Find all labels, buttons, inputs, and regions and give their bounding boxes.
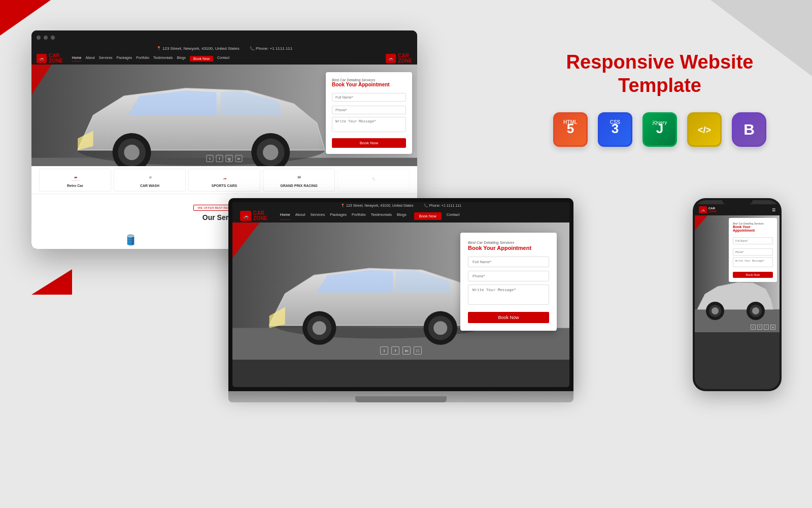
brands-section: 🚗 FOR PRICE & Retro Car 🚿 CAR WASH 🏎️ SP…	[31, 166, 417, 194]
svg-text:🚗: 🚗	[243, 213, 249, 219]
logo-right-text: CAR ZONE	[398, 53, 412, 64]
laptop-hero-socials: t f in □	[380, 346, 422, 355]
lnav-contact[interactable]: Contact	[447, 212, 460, 220]
brand-extra: 🔧	[337, 169, 410, 192]
phone-social-instagram[interactable]: i	[764, 325, 769, 330]
laptop-hero-form: Best Car Detailing Services Book Your Ap…	[460, 233, 557, 331]
laptop-book-button[interactable]: Book Now	[468, 312, 549, 323]
brand-sports-cars: 🏎️ SPORTS CARS	[188, 169, 260, 192]
html5-svg: 5 HTML	[560, 117, 581, 142]
laptop-message-input[interactable]	[468, 284, 549, 305]
brand-extra-icon: 🔧	[367, 174, 380, 184]
lnav-portfolio[interactable]: Portfolio	[352, 212, 366, 220]
laptop-screen: 📍 123 Street, Newyork, 43100, United Sta…	[228, 198, 573, 391]
lnav-testimonials[interactable]: Testimonials	[371, 212, 392, 220]
svg-text:🔧: 🔧	[372, 177, 376, 181]
brand-car-wash: 🚿 CAR WASH	[114, 169, 186, 192]
phone-social-twitter[interactable]: t	[751, 325, 756, 330]
laptop-social-square[interactable]: □	[414, 346, 422, 355]
laptop-social-twitter[interactable]: t	[380, 346, 388, 355]
svg-text:🛢️: 🛢️	[124, 234, 137, 246]
laptop-logo-icon: 🚗	[240, 211, 251, 221]
lnav-book-btn[interactable]: Book Now	[414, 212, 442, 220]
browser-dot-1	[37, 36, 41, 40]
laptop-nav: 🚗 CARZONE Home About Services Packages P…	[232, 209, 569, 223]
phone-hamburger[interactable]: ≡	[772, 206, 775, 213]
phone-social-facebook[interactable]: f	[757, 325, 762, 330]
laptop-base	[228, 391, 573, 402]
phone-fullname-input[interactable]	[733, 237, 773, 244]
phone-phone-input[interactable]	[733, 248, 773, 256]
lnav-blogs[interactable]: Blogs	[397, 212, 407, 220]
phone-hero-form: Best Car Detailing Services Book Your Ap…	[729, 218, 777, 282]
phone-hero: Best Car Detailing Services Book Your Ap…	[695, 215, 780, 332]
hero-message-input[interactable]	[332, 117, 406, 132]
hero-book-button[interactable]: Book Now	[332, 138, 406, 148]
lnav-packages[interactable]: Packages	[330, 212, 347, 220]
nav-home[interactable]: Home	[72, 56, 82, 61]
retro-car-icon: 🚗 FOR PRICE &	[69, 173, 82, 183]
svg-point-9	[124, 145, 139, 160]
nav-contact[interactable]: Contact	[217, 56, 229, 61]
laptop-mockup: 📍 123 Street, Newyork, 43100, United Sta…	[228, 198, 573, 417]
phone-social-linkedin[interactable]: in	[770, 325, 775, 330]
lnav-about[interactable]: About	[295, 212, 306, 220]
svg-text:CSS: CSS	[610, 119, 621, 125]
lnav-home[interactable]: Home	[280, 212, 290, 220]
svg-point-12	[263, 145, 278, 160]
svg-text:🚿: 🚿	[148, 175, 152, 179]
svg-point-41	[752, 307, 759, 314]
laptop-social-facebook[interactable]: f	[391, 346, 399, 355]
svg-text:HTML: HTML	[563, 119, 578, 125]
svg-point-28	[313, 321, 326, 335]
social-facebook[interactable]: f	[216, 155, 223, 162]
svg-text:🏁: 🏁	[297, 175, 301, 179]
nav-portfolio[interactable]: Portfolio	[136, 56, 149, 61]
svg-text:🚗: 🚗	[701, 208, 705, 212]
site-logo: 🚗 CAR ZONE	[37, 53, 63, 64]
hero-fullname-input[interactable]	[332, 93, 406, 102]
site-nav: 🚗 CAR ZONE Home About Services Packages …	[31, 52, 417, 65]
nav-packages[interactable]: Packages	[117, 56, 132, 61]
phone-logo: 🚗 CAR ZONE	[699, 206, 717, 213]
social-instagram[interactable]: ig	[226, 155, 233, 162]
hero-phone-input[interactable]	[332, 106, 406, 114]
svg-text:🚗: 🚗	[39, 56, 44, 61]
laptop-topbar: 📍 123 Street, Newyork, 43100, United Sta…	[232, 202, 569, 209]
topbar-address: 📍 123 Street, Newyork, 43100, United Sta…	[156, 46, 240, 51]
nav-book-btn[interactable]: Book Now	[190, 56, 213, 61]
tech-icons-row: 5 HTML 3 CSS J jQuery </>	[543, 112, 776, 147]
phone-hero-socials: t f i in	[751, 325, 775, 330]
svg-text:🏎️: 🏎️	[223, 175, 227, 179]
oil-icon: 🛢️	[123, 232, 138, 247]
phone-book-button[interactable]: Book Now	[733, 272, 773, 278]
phone-message-input[interactable]	[733, 257, 773, 267]
nav-services[interactable]: Services	[99, 56, 113, 61]
hero-form-title: Book Your Appointment	[332, 82, 406, 87]
tech-bootstrap-icon: B	[732, 112, 766, 147]
nav-blogs[interactable]: Blogs	[177, 56, 186, 61]
site-hero: Best Car Detailing Services Book Your Ap…	[31, 65, 417, 166]
nav-testimonials[interactable]: Testimonials	[153, 56, 173, 61]
brand-retro-label: Retro Car	[67, 184, 83, 187]
phone-notch	[722, 200, 753, 204]
site-topbar: 📍 123 Street, Newyork, 43100, United Sta…	[31, 45, 417, 52]
phone-hero-title: Book Your Appointment	[733, 225, 773, 232]
lnav-services[interactable]: Services	[310, 212, 325, 220]
right-info-panel: Responsive WebsiteTemplate 5 HTML 3 CSS …	[543, 51, 776, 147]
social-linkedin[interactable]: in	[235, 155, 243, 162]
laptop-social-linkedin[interactable]: in	[402, 346, 411, 355]
laptop-fullname-input[interactable]	[468, 257, 549, 267]
nav-links: Home About Services Packages Portfolio T…	[72, 56, 229, 61]
car-wash-icon: 🚿	[144, 173, 156, 183]
nav-about[interactable]: About	[85, 56, 94, 61]
phone-logo-text: CAR ZONE	[708, 207, 717, 213]
logo-icon: 🚗	[37, 54, 47, 63]
social-twitter[interactable]: t	[207, 155, 214, 162]
service-oil-icon-wrap: 🛢️	[122, 231, 140, 248]
svg-text:B: B	[743, 121, 755, 138]
laptop-phone-input[interactable]	[468, 271, 549, 281]
laptop-hero-subtitle: Best Car Detailing Services	[468, 240, 549, 245]
hero-form-subtitle: Best Car Detailing Services	[332, 78, 406, 82]
nav-logo-right: 🚗 CAR ZONE	[386, 53, 412, 64]
